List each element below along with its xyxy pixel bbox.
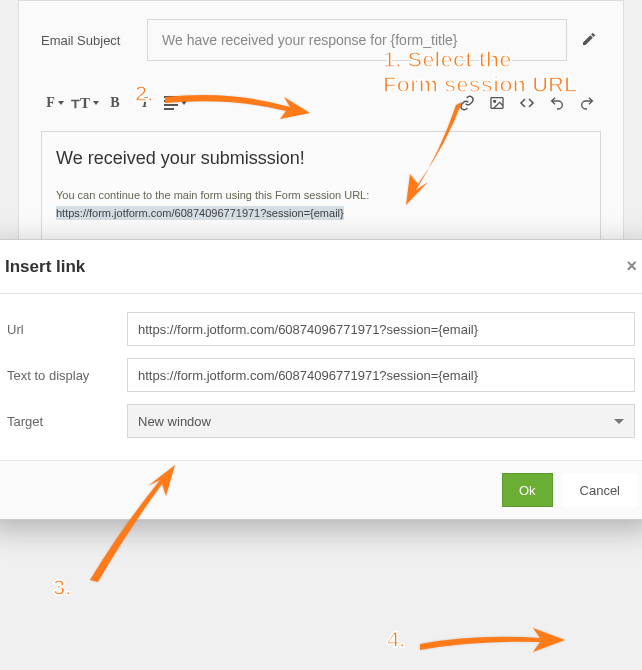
subject-row: Email Subject xyxy=(41,19,601,61)
italic-button[interactable]: I xyxy=(131,89,159,117)
font-label: F xyxy=(46,95,55,111)
target-value: New window xyxy=(138,414,211,429)
target-select[interactable]: New window xyxy=(127,404,635,438)
bold-button[interactable]: B xyxy=(101,89,129,117)
subject-input[interactable] xyxy=(147,19,567,61)
svg-point-1 xyxy=(494,100,496,102)
italic-label: I xyxy=(142,95,147,111)
align-icon xyxy=(164,96,178,110)
link-button[interactable] xyxy=(453,89,481,117)
url-label: Url xyxy=(7,322,127,337)
cancel-button[interactable]: Cancel xyxy=(563,473,637,507)
text-to-display-label: Text to display xyxy=(7,368,127,383)
font-size-dropdown[interactable]: ᴛT xyxy=(71,89,99,117)
editor-body: You can continue to the main form using … xyxy=(56,187,586,222)
dialog-header: Insert link × xyxy=(0,240,642,294)
close-icon[interactable]: × xyxy=(626,256,637,277)
size-label: ᴛT xyxy=(71,94,90,112)
image-button[interactable] xyxy=(483,89,511,117)
font-family-dropdown[interactable]: F xyxy=(41,89,69,117)
editor-body-text: You can continue to the main form using … xyxy=(56,189,369,201)
align-dropdown[interactable] xyxy=(161,89,189,117)
redo-button[interactable] xyxy=(573,89,601,117)
insert-link-dialog: Insert link × Url Text to display Target… xyxy=(0,239,642,520)
edit-subject-icon[interactable] xyxy=(581,31,601,50)
source-button[interactable] xyxy=(513,89,541,117)
target-label: Target xyxy=(7,414,127,429)
undo-button[interactable] xyxy=(543,89,571,117)
bold-label: B xyxy=(110,95,119,111)
selected-url-text[interactable]: https://form.jotform.com/60874096771971?… xyxy=(56,206,344,220)
ok-button[interactable]: Ok xyxy=(502,473,553,507)
annotation-step4: 4. xyxy=(387,628,405,653)
editor-toolbar: F ᴛT B I xyxy=(41,89,601,125)
email-body-editor[interactable]: We received your submisssion! You can co… xyxy=(41,131,601,245)
dialog-title: Insert link xyxy=(5,257,85,277)
annotation-step3: 3. xyxy=(53,576,71,601)
text-to-display-input[interactable] xyxy=(127,358,635,392)
chevron-down-icon xyxy=(614,419,624,424)
editor-heading: We received your submisssion! xyxy=(56,148,586,169)
url-input[interactable] xyxy=(127,312,635,346)
subject-label: Email Subject xyxy=(41,33,133,48)
arrow-step4 xyxy=(415,622,575,661)
email-editor-panel: Email Subject F ᴛT B I We rece xyxy=(18,0,624,268)
